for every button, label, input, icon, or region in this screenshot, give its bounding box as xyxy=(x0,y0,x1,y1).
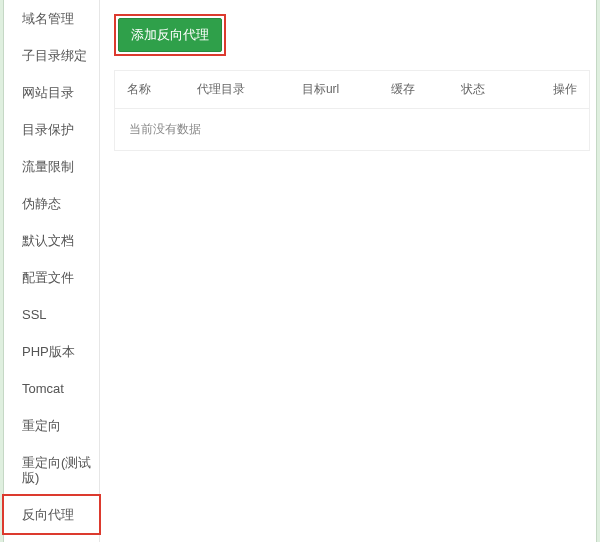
sidebar-item-redirect-beta[interactable]: 重定向(测试版) xyxy=(4,444,99,496)
proxy-table: 名称 代理目录 目标url 缓存 状态 操作 当前没有数据 xyxy=(114,70,590,151)
sidebar-item-reverse-proxy[interactable]: 反向代理 xyxy=(2,494,101,535)
add-reverse-proxy-button[interactable]: 添加反向代理 xyxy=(118,18,222,52)
sidebar-item-site-dir[interactable]: 网站目录 xyxy=(4,74,99,111)
sidebar-item-label: 域名管理 xyxy=(22,11,74,26)
main-content: 添加反向代理 名称 代理目录 目标url 缓存 状态 操作 当前没有数据 xyxy=(100,0,600,542)
sidebar-item-label: 子目录绑定 xyxy=(22,48,87,63)
sidebar-item-redirect[interactable]: 重定向 xyxy=(4,407,99,444)
col-cache: 缓存 xyxy=(379,71,449,109)
sidebar-item-traffic-limit[interactable]: 流量限制 xyxy=(4,148,99,185)
sidebar-item-label: 网站目录 xyxy=(22,85,74,100)
sidebar-item-config-file[interactable]: 配置文件 xyxy=(4,259,99,296)
col-status: 状态 xyxy=(449,71,519,109)
sidebar-item-default-doc[interactable]: 默认文档 xyxy=(4,222,99,259)
sidebar-item-label: 伪静态 xyxy=(22,196,61,211)
table-header-row: 名称 代理目录 目标url 缓存 状态 操作 xyxy=(115,71,590,109)
layout: 域名管理 子目录绑定 网站目录 目录保护 流量限制 伪静态 默认文档 配置文件 … xyxy=(4,0,600,542)
sidebar-item-label: 重定向(测试版) xyxy=(22,455,91,485)
sidebar-item-domain-manage[interactable]: 域名管理 xyxy=(4,0,99,37)
empty-text: 当前没有数据 xyxy=(115,109,590,151)
sidebar-item-php-version[interactable]: PHP版本 xyxy=(4,333,99,370)
col-target-url: 目标url xyxy=(290,71,379,109)
sidebar-item-tomcat[interactable]: Tomcat xyxy=(4,370,99,407)
col-name: 名称 xyxy=(115,71,186,109)
sidebar-item-label: 流量限制 xyxy=(22,159,74,174)
col-action: 操作 xyxy=(519,71,590,109)
sidebar-item-dir-protect[interactable]: 目录保护 xyxy=(4,111,99,148)
sidebar-item-label: 配置文件 xyxy=(22,270,74,285)
sidebar-item-label: Tomcat xyxy=(22,381,64,396)
sidebar-item-label: 目录保护 xyxy=(22,122,74,137)
col-proxy-dir: 代理目录 xyxy=(185,71,290,109)
sidebar-item-label: SSL xyxy=(22,307,47,322)
add-button-highlight: 添加反向代理 xyxy=(114,14,226,56)
sidebar-item-pseudo-static[interactable]: 伪静态 xyxy=(4,185,99,222)
sidebar-item-subdir-bind[interactable]: 子目录绑定 xyxy=(4,37,99,74)
sidebar-item-ssl[interactable]: SSL xyxy=(4,296,99,333)
sidebar-item-label: 重定向 xyxy=(22,418,61,433)
sidebar-item-label: PHP版本 xyxy=(22,344,75,359)
sidebar: 域名管理 子目录绑定 网站目录 目录保护 流量限制 伪静态 默认文档 配置文件 … xyxy=(4,0,100,542)
table-empty-row: 当前没有数据 xyxy=(115,109,590,151)
sidebar-item-label: 反向代理 xyxy=(22,507,74,522)
sidebar-item-label: 默认文档 xyxy=(22,233,74,248)
